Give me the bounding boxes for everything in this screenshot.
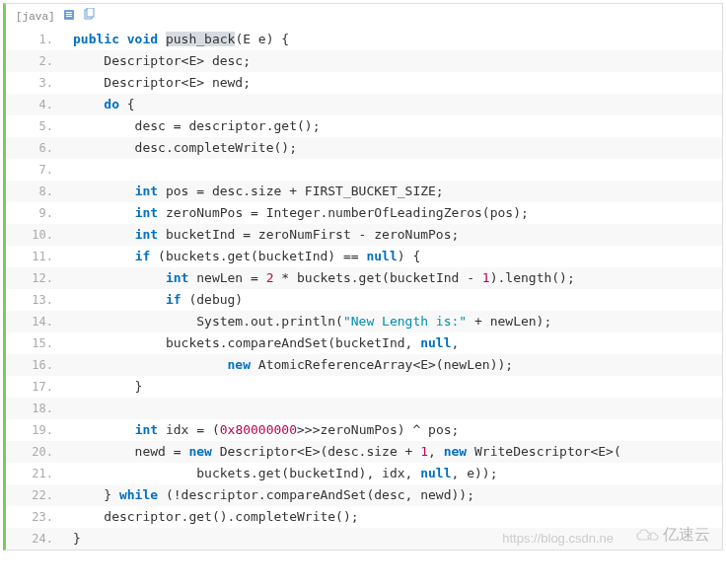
code-content: int idx = (0x80000000>>>zeroNumPos) ^ po… — [63, 419, 722, 441]
logo: 亿速云 — [635, 525, 710, 546]
code-content: int newLen = 2 * buckets.get(bucketInd -… — [63, 267, 722, 289]
code-line: 8. int pos = desc.size + FIRST_BUCKET_SI… — [6, 181, 722, 202]
code-line: 16. new AtomicReferenceArray<E>(newLen))… — [6, 354, 722, 376]
code-content: public void push_back(E e) { — [63, 29, 722, 50]
line-number: 11. — [6, 246, 63, 267]
line-number: 12. — [6, 267, 63, 289]
line-number: 15. — [6, 332, 63, 354]
code-content: buckets.compareAndSet(bucketInd, null, — [63, 332, 722, 354]
code-line: 1.public void push_back(E e) { — [6, 29, 722, 50]
code-line: 24.} — [6, 528, 722, 550]
code-content: new AtomicReferenceArray<E>(newLen)); — [63, 354, 722, 376]
code-content: do { — [63, 94, 722, 115]
line-number: 19. — [6, 419, 63, 441]
code-content: descriptor.get().completeWrite(); — [63, 506, 722, 528]
line-number: 22. — [6, 484, 63, 506]
code-line: 7. — [6, 159, 722, 181]
code-line: 11. if (buckets.get(bucketInd) == null) … — [6, 246, 722, 267]
code-line: 5. desc = descriptor.get(); — [6, 115, 722, 137]
line-number: 21. — [6, 463, 63, 484]
line-number: 4. — [6, 94, 63, 115]
line-number: 5. — [6, 115, 63, 137]
code-line: 19. int idx = (0x80000000>>>zeroNumPos) … — [6, 419, 722, 441]
code-line: 12. int newLen = 2 * buckets.get(bucketI… — [6, 267, 722, 289]
code-line: 21. buckets.get(bucketInd), idx, null, e… — [6, 463, 722, 484]
copy-icon[interactable] — [83, 8, 95, 25]
code-content: } — [63, 528, 722, 550]
line-number: 20. — [6, 441, 63, 463]
code-content: int bucketInd = zeroNumFirst - zeroNumPo… — [63, 224, 722, 246]
code-line: 4. do { — [6, 94, 722, 115]
code-content: } while (!descriptor.compareAndSet(desc,… — [63, 484, 722, 506]
line-number: 2. — [6, 50, 63, 72]
line-number: 6. — [6, 137, 63, 159]
code-content — [63, 159, 722, 181]
code-line: 6. desc.completeWrite(); — [6, 137, 722, 159]
line-number: 3. — [6, 72, 63, 94]
language-label: [java] — [16, 11, 55, 23]
code-line: 2. Descriptor<E> desc; — [6, 50, 722, 72]
code-line: 3. Descriptor<E> newd; — [6, 72, 722, 94]
line-number: 16. — [6, 354, 63, 376]
line-number: 7. — [6, 159, 63, 181]
code-header: [java] — [6, 4, 722, 29]
svg-rect-3 — [66, 16, 72, 17]
line-number: 23. — [6, 506, 63, 528]
watermark: https://blog.csdn.ne — [502, 531, 614, 546]
code-line: 14. System.out.println("New Length is:" … — [6, 311, 722, 332]
svg-rect-5 — [87, 8, 94, 17]
code-line: 10. int bucketInd = zeroNumFirst - zeroN… — [6, 224, 722, 246]
code-line: 23. descriptor.get().completeWrite(); — [6, 506, 722, 528]
code-line: 15. buckets.compareAndSet(bucketInd, nul… — [6, 332, 722, 354]
code-content: Descriptor<E> newd; — [63, 72, 722, 94]
line-number: 13. — [6, 289, 63, 311]
code-line: 9. int zeroNumPos = Integer.numberOfLead… — [6, 202, 722, 224]
svg-rect-2 — [66, 14, 72, 15]
code-content: if (buckets.get(bucketInd) == null) { — [63, 246, 722, 267]
code-content: buckets.get(bucketInd), idx, null, e)); — [63, 463, 722, 484]
code-line: 17. } — [6, 376, 722, 398]
code-content — [63, 398, 722, 419]
line-number: 9. — [6, 202, 63, 224]
code-content: Descriptor<E> desc; — [63, 50, 722, 72]
line-number: 18. — [6, 398, 63, 419]
code-line: 18. — [6, 398, 722, 419]
code-content: System.out.println("New Length is:" + ne… — [63, 311, 722, 332]
code-content: newd = new Descriptor<E>(desc.size + 1, … — [63, 441, 722, 463]
code-content: if (debug) — [63, 289, 722, 311]
line-number: 24. — [6, 528, 63, 550]
view-icon[interactable] — [63, 9, 75, 24]
line-number: 8. — [6, 181, 63, 202]
code-block: [java] 1.public void push_back(E e) {2. … — [3, 3, 723, 551]
code-line: 13. if (debug) — [6, 289, 722, 311]
code-content: } — [63, 376, 722, 398]
code-line: 20. newd = new Descriptor<E>(desc.size +… — [6, 441, 722, 463]
code-content: int pos = desc.size + FIRST_BUCKET_SIZE; — [63, 181, 722, 202]
code-rows: 1.public void push_back(E e) {2. Descrip… — [6, 29, 722, 550]
line-number: 17. — [6, 376, 63, 398]
line-number: 14. — [6, 311, 63, 332]
code-content: desc = descriptor.get(); — [63, 115, 722, 137]
line-number: 10. — [6, 224, 63, 246]
code-content: int zeroNumPos = Integer.numberOfLeading… — [63, 202, 722, 224]
svg-rect-1 — [66, 12, 72, 13]
logo-text: 亿速云 — [663, 525, 710, 546]
code-line: 22. } while (!descriptor.compareAndSet(d… — [6, 484, 722, 506]
code-content: desc.completeWrite(); — [63, 137, 722, 159]
line-number: 1. — [6, 29, 63, 50]
